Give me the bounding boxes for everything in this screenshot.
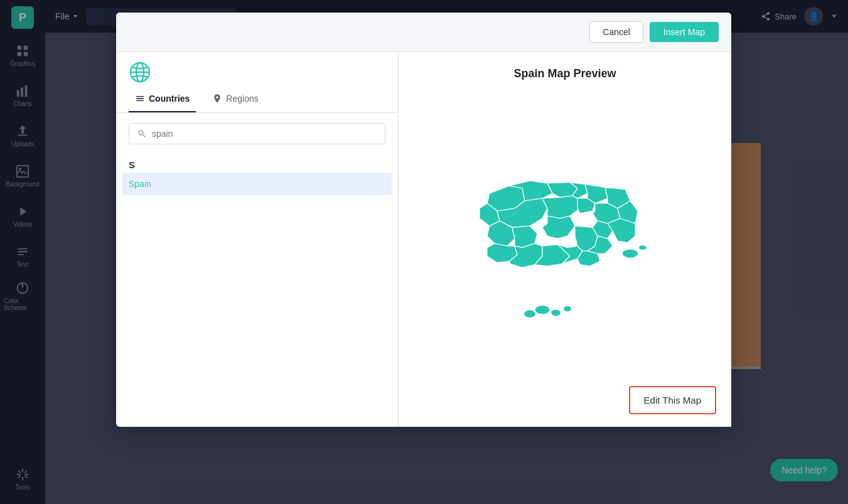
svg-point-16 bbox=[564, 306, 572, 312]
edit-map-button[interactable]: Edit This Map bbox=[629, 386, 716, 414]
list-scroll-wrapper: S Spain bbox=[122, 154, 392, 195]
spain-map-svg bbox=[464, 153, 665, 329]
tab-bar: Countries Regions bbox=[116, 86, 398, 113]
svg-point-15 bbox=[551, 309, 561, 316]
insert-map-button[interactable]: Insert Map bbox=[650, 22, 719, 42]
preview-title: Spain Map Preview bbox=[399, 52, 731, 87]
modal-body: Countries Regions spain S S bbox=[116, 52, 731, 427]
left-panel-header bbox=[116, 52, 398, 83]
map-insert-modal: Cancel Insert Map Countries bbox=[116, 13, 731, 427]
right-panel: Spain Map Preview bbox=[399, 52, 731, 427]
svg-point-13 bbox=[523, 310, 535, 318]
map-preview-area: Edit This Map bbox=[399, 87, 731, 427]
country-list: S Spain bbox=[116, 154, 398, 427]
search-container: spain bbox=[116, 113, 398, 154]
search-icon bbox=[137, 129, 147, 139]
globe-icon bbox=[129, 61, 151, 83]
tab-regions[interactable]: Regions bbox=[206, 86, 264, 112]
tab-countries[interactable]: Countries bbox=[129, 86, 196, 112]
list-icon bbox=[135, 94, 145, 104]
modal-header: Cancel Insert Map bbox=[116, 13, 731, 52]
list-item-spain[interactable]: Spain bbox=[122, 173, 392, 195]
svg-point-18 bbox=[639, 245, 647, 250]
section-header-s: S bbox=[122, 154, 392, 173]
left-panel: Countries Regions spain S S bbox=[116, 52, 399, 427]
location-icon bbox=[212, 94, 222, 104]
search-box: spain bbox=[129, 123, 385, 144]
svg-point-17 bbox=[622, 249, 638, 258]
svg-point-14 bbox=[535, 305, 550, 314]
search-input[interactable]: spain bbox=[152, 129, 377, 139]
cancel-button[interactable]: Cancel bbox=[589, 21, 643, 43]
